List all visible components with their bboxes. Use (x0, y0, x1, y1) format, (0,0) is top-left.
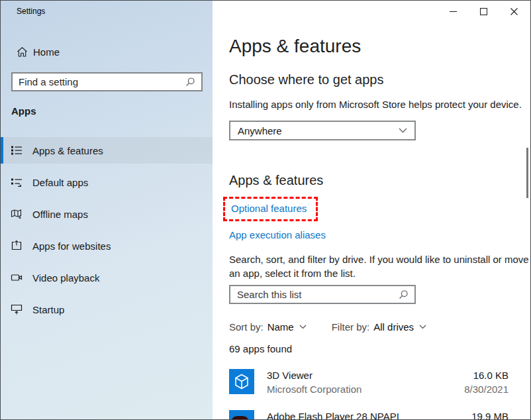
filter-by-value: All drives (373, 321, 414, 333)
apps-features-heading: Apps & features (229, 173, 323, 188)
app-info: Adobe Flash Player 28 NPAPI (267, 410, 471, 419)
app-size: 16.0 KB (464, 369, 508, 382)
app-source-value: Anywhere (238, 125, 282, 136)
app-info: 3D Viewer Microsoft Corporation (267, 369, 464, 395)
maximize-button[interactable] (468, 1, 499, 22)
sidebar-item-default-apps[interactable]: Default apps (1, 169, 213, 195)
chevron-down-icon (299, 325, 307, 329)
app-row-3d-viewer[interactable]: 3D Viewer Microsoft Corporation 16.0 KB … (229, 369, 508, 395)
app-name: 3D Viewer (267, 369, 464, 382)
app-publisher: Microsoft Corporation (267, 384, 464, 395)
page-title: Apps & features (229, 36, 361, 57)
sidebar-item-label: Video playback (32, 272, 99, 284)
chevron-down-icon (419, 325, 426, 329)
scrollbar-thumb[interactable] (526, 148, 528, 198)
sidebar-item-home[interactable]: Home (1, 40, 213, 63)
sidebar-section-apps: Apps (11, 105, 36, 117)
minimize-icon (450, 11, 457, 12)
find-setting-input[interactable] (13, 76, 185, 87)
list-description: Search, sort, and filter by drive. If yo… (229, 252, 530, 280)
sidebar: Settings Home Apps (1, 1, 213, 419)
filter-by-dropdown[interactable]: Filter by: All drives (332, 321, 426, 333)
sidebar-item-startup[interactable]: Startup (1, 296, 213, 323)
default-apps-icon (11, 176, 23, 188)
filter-by-label: Filter by: (332, 321, 370, 333)
app-execution-aliases-link[interactable]: App execution aliases (229, 229, 326, 240)
sidebar-item-label: Apps for websites (32, 240, 111, 252)
settings-window: Settings Home Apps (0, 0, 531, 420)
main-pane: Apps & features Choose where to get apps… (213, 1, 530, 419)
sidebar-item-label: Default apps (32, 177, 88, 188)
optional-features-link[interactable]: Optional features (231, 203, 307, 214)
window-title: Settings (17, 7, 45, 16)
app-row-adobe-flash[interactable]: Adobe Flash Player 28 NPAPI 19.9 MB (229, 410, 508, 419)
sort-by-label: Sort by: (229, 321, 264, 333)
store-note: Installing apps only from Microsoft Stor… (229, 99, 522, 110)
app-meta: 19.9 MB (471, 410, 508, 419)
choose-heading: Choose where to get apps (229, 72, 384, 87)
sidebar-item-label: Home (33, 46, 60, 58)
app-size: 19.9 MB (471, 410, 508, 419)
sort-by-dropdown[interactable]: Sort by: Name (229, 321, 307, 333)
startup-icon (11, 303, 23, 315)
sidebar-item-offline-maps[interactable]: Offline maps (1, 201, 213, 227)
apps-for-websites-icon (11, 240, 23, 252)
sidebar-item-apps-features[interactable]: Apps & features (1, 137, 213, 164)
sidebar-item-label: Offline maps (32, 209, 88, 220)
sort-by-value: Name (267, 321, 294, 333)
sidebar-item-label: Startup (32, 304, 64, 315)
search-icon (399, 289, 409, 299)
sort-filter-row: Sort by: Name Filter by: All drives (229, 321, 426, 333)
maximize-icon (480, 8, 487, 15)
search-icon (185, 77, 195, 87)
minimize-button[interactable] (438, 1, 468, 22)
result-count: 69 apps found (229, 343, 292, 354)
search-list-box[interactable] (229, 285, 416, 304)
sidebar-item-video-playback[interactable]: Video playback (1, 264, 213, 291)
close-button[interactable] (499, 1, 529, 22)
3d-viewer-icon (229, 369, 254, 394)
chevron-down-icon (399, 128, 407, 133)
adobe-flash-icon (229, 410, 254, 419)
annotation-highlight-box: Optional features (223, 197, 318, 221)
home-icon (17, 46, 28, 58)
app-meta: 16.0 KB 8/30/2021 (464, 369, 508, 395)
search-list-input[interactable] (230, 289, 399, 300)
video-playback-icon (11, 272, 23, 284)
close-icon (510, 8, 518, 15)
offline-maps-icon (11, 208, 23, 220)
sidebar-nav: Apps & features Default apps (1, 137, 213, 328)
sidebar-item-apps-for-websites[interactable]: Apps for websites (1, 233, 213, 259)
find-setting-searchbox[interactable] (11, 72, 203, 91)
window-controls (438, 1, 529, 22)
app-source-dropdown[interactable]: Anywhere (229, 121, 416, 140)
app-list: 3D Viewer Microsoft Corporation 16.0 KB … (229, 369, 508, 419)
sidebar-item-label: Apps & features (32, 145, 103, 156)
app-date: 8/30/2021 (464, 384, 508, 395)
app-name: Adobe Flash Player 28 NPAPI (267, 410, 471, 419)
apps-features-icon (11, 144, 23, 156)
flash-logo-shape (231, 416, 249, 419)
